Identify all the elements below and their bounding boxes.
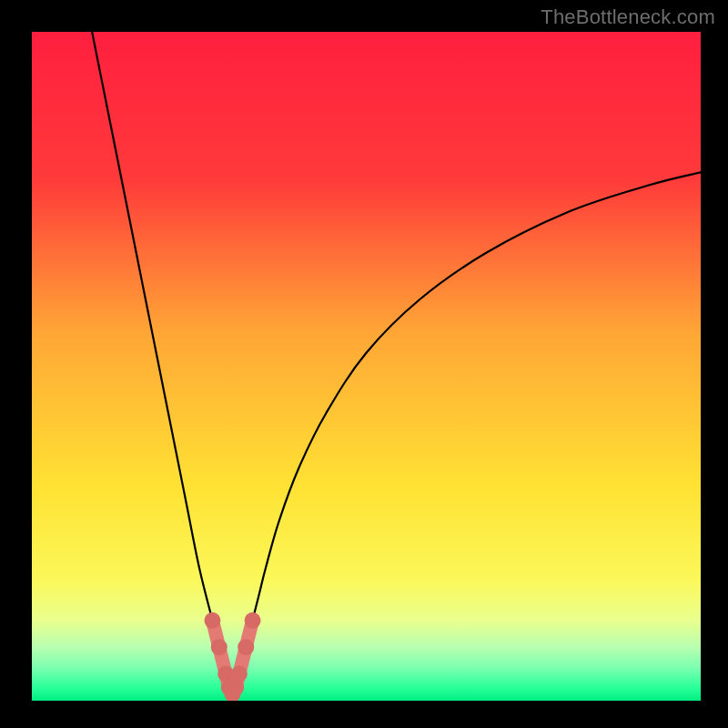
bottleneck-curve bbox=[92, 32, 701, 694]
minimum-dot bbox=[211, 639, 228, 655]
minimum-dot bbox=[245, 612, 261, 629]
plot-area bbox=[32, 32, 701, 701]
bottleneck-minimum-dots bbox=[204, 612, 260, 701]
minimum-dot bbox=[204, 612, 220, 629]
chart-frame: TheBottleneck.com bbox=[0, 0, 728, 728]
curve-layer bbox=[32, 32, 701, 701]
minimum-dot bbox=[231, 666, 248, 682]
watermark-text: TheBottleneck.com bbox=[541, 5, 715, 29]
minimum-dot bbox=[238, 639, 254, 655]
